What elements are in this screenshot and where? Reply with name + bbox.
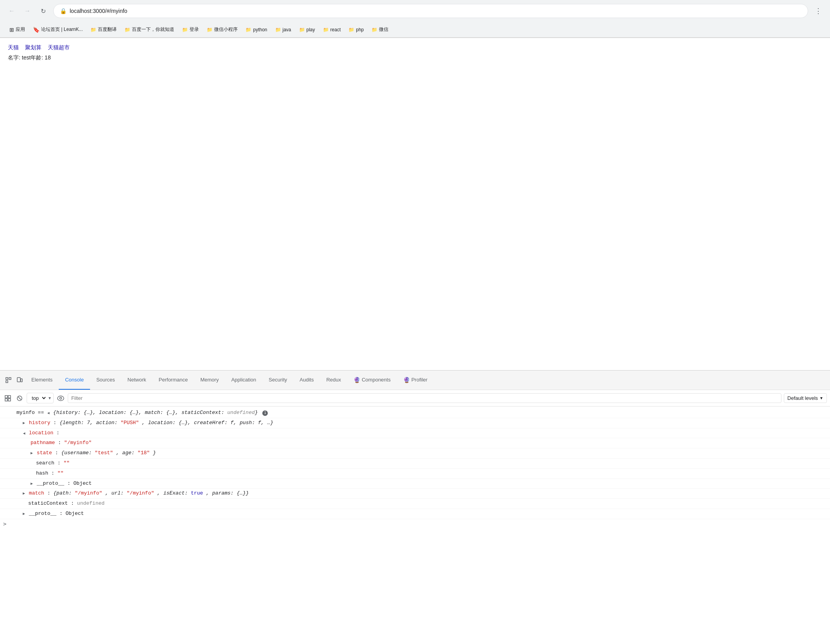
chevron-down-icon: ▼ bbox=[48, 396, 52, 400]
triangle-proto2[interactable]: ▶ bbox=[23, 511, 25, 517]
context-selector[interactable]: top ▼ bbox=[27, 393, 54, 403]
tab-security[interactable]: Security bbox=[262, 371, 293, 390]
execute-button[interactable] bbox=[3, 394, 13, 403]
reload-button[interactable]: ↻ bbox=[36, 4, 50, 18]
location-key: location bbox=[29, 430, 53, 436]
clear-button[interactable] bbox=[15, 394, 24, 403]
svg-point-11 bbox=[58, 396, 64, 401]
context-select-input[interactable]: top bbox=[29, 394, 47, 402]
history-rest: , location: {…}, createHref: f, push: f,… bbox=[142, 420, 273, 426]
history-value: {length: 7, action: bbox=[60, 420, 121, 426]
devtools-select-icon[interactable] bbox=[3, 375, 14, 386]
pathname-colon: : bbox=[58, 440, 64, 446]
console-output: myinfo == ▼ {history: {…}, location: {…}… bbox=[0, 407, 830, 644]
folder-icon-translate: 📁 bbox=[90, 27, 96, 32]
console-input[interactable] bbox=[9, 521, 827, 527]
bookmark-translate-label: 百度翻译 bbox=[98, 26, 117, 33]
svg-point-12 bbox=[60, 397, 61, 399]
eye-button[interactable] bbox=[56, 394, 65, 403]
tab-audits[interactable]: Audits bbox=[293, 371, 320, 390]
bookmark-play[interactable]: 📁 play bbox=[296, 26, 318, 34]
tab-redux[interactable]: Redux bbox=[320, 371, 347, 390]
tab-memory-label: Memory bbox=[200, 377, 219, 383]
console-line-proto1: ▶ __proto__ : Object bbox=[0, 479, 830, 489]
bookmark-baidu[interactable]: 📁 百度一下，你就知道 bbox=[121, 25, 177, 34]
match-key: match bbox=[29, 490, 44, 496]
triangle-history[interactable]: ▶ bbox=[23, 420, 25, 426]
state-key: state bbox=[37, 450, 52, 456]
bookmark-java[interactable]: 📁 java bbox=[272, 26, 294, 34]
tab-application[interactable]: Application bbox=[225, 371, 263, 390]
pathname-key: pathname bbox=[31, 440, 55, 446]
bookmark-wechat-mini[interactable]: 📁 微信小程序 bbox=[204, 25, 241, 34]
bookmark-wechat-mini-label: 微信小程序 bbox=[214, 26, 238, 33]
tab-elements[interactable]: Elements bbox=[25, 371, 59, 390]
triangle-match[interactable]: ▶ bbox=[23, 491, 25, 497]
state-age-val: "18" bbox=[137, 450, 150, 456]
folder-icon-wechat-mini: 📁 bbox=[207, 27, 213, 32]
menu-button[interactable]: ⋮ bbox=[811, 4, 825, 18]
tab-network[interactable]: Network bbox=[121, 371, 153, 390]
tab-performance[interactable]: Performance bbox=[152, 371, 194, 390]
bookmark-login[interactable]: 📁 登录 bbox=[179, 25, 202, 34]
bookmark-forum[interactable]: 🔖 论坛首页 | LearnK... bbox=[30, 25, 86, 34]
svg-rect-7 bbox=[5, 399, 7, 401]
bookmark-php-label: php bbox=[356, 27, 364, 32]
triangle-location[interactable]: ▼ bbox=[21, 432, 27, 435]
bookmark-python-label: python bbox=[253, 27, 267, 32]
bookmark-apps[interactable]: ⊞ 应用 bbox=[6, 25, 28, 34]
link-juhuasuan[interactable]: 聚划算 bbox=[25, 44, 42, 51]
console-content-match: ▶ match : {path: "/myinfo" , url: "/myin… bbox=[23, 489, 827, 498]
proto2-colon: : bbox=[60, 511, 66, 516]
bookmark-python[interactable]: 📁 python bbox=[242, 26, 270, 34]
filter-input[interactable] bbox=[68, 393, 781, 403]
bookmark-translate[interactable]: 📁 百度翻译 bbox=[87, 25, 120, 34]
match-url-val: "/myinfo" bbox=[127, 490, 154, 496]
history-action-value: "PUSH" bbox=[121, 420, 139, 426]
console-content-pathname: pathname : "/myinfo" bbox=[31, 439, 827, 447]
levels-chevron-icon: ▼ bbox=[819, 396, 823, 400]
devtools-tabs: Elements Console Sources Network Perform… bbox=[0, 371, 830, 390]
console-line-proto2: ▶ __proto__ : Object bbox=[0, 509, 830, 519]
static-colon: : bbox=[71, 500, 77, 506]
tab-profiler[interactable]: 🔮 Profiler bbox=[397, 371, 434, 390]
console-content-proto1: ▶ __proto__ : Object bbox=[31, 480, 827, 488]
forward-button[interactable]: → bbox=[20, 4, 34, 18]
url-input[interactable] bbox=[70, 8, 801, 14]
svg-rect-5 bbox=[5, 396, 7, 398]
match-value: {path: bbox=[53, 490, 75, 496]
console-line-state: ▶ state : {username: "test" , age: "18" … bbox=[0, 448, 830, 459]
console-line-search: search : "" bbox=[0, 459, 830, 469]
triangle-proto1[interactable]: ▶ bbox=[31, 481, 33, 487]
link-tianmao[interactable]: 天猫 bbox=[8, 44, 19, 51]
console-prompt: > bbox=[3, 521, 6, 527]
link-tianmao-super[interactable]: 天猫超市 bbox=[48, 44, 70, 51]
tab-memory[interactable]: Memory bbox=[194, 371, 225, 390]
levels-select[interactable]: Default levels ▼ bbox=[784, 393, 827, 403]
bookmark-wechat[interactable]: 📁 微信 bbox=[368, 25, 392, 34]
devtools-device-icon[interactable] bbox=[14, 375, 25, 386]
console-input-line: > bbox=[0, 519, 830, 529]
triangle-myinfo[interactable]: ▼ bbox=[45, 412, 51, 414]
address-bar[interactable]: 🔒 bbox=[53, 4, 808, 18]
proto1-colon: : bbox=[67, 480, 74, 486]
back-button[interactable]: ← bbox=[5, 4, 19, 18]
bookmarks-bar: ⊞ 应用 🔖 论坛首页 | LearnK... 📁 百度翻译 📁 百度一下，你就… bbox=[0, 22, 830, 38]
info-icon[interactable]: i bbox=[262, 410, 268, 416]
match-url: , url: bbox=[105, 490, 127, 496]
profiler-icon: 🔮 bbox=[403, 377, 410, 383]
tab-security-label: Security bbox=[269, 377, 287, 383]
bookmark-react[interactable]: 📁 react bbox=[320, 26, 344, 34]
tab-sources[interactable]: Sources bbox=[90, 371, 121, 390]
tab-console-label: Console bbox=[65, 377, 84, 383]
triangle-state[interactable]: ▶ bbox=[31, 450, 33, 457]
tab-components[interactable]: 🔮 Components bbox=[347, 371, 397, 390]
console-line-location: ▼ location : bbox=[0, 428, 830, 439]
folder-icon-java: 📁 bbox=[275, 27, 281, 32]
tab-console[interactable]: Console bbox=[59, 371, 90, 390]
folder-icon-baidu: 📁 bbox=[125, 27, 130, 32]
bookmark-php[interactable]: 📁 php bbox=[345, 26, 367, 34]
match-exact: , isExact: bbox=[157, 490, 191, 496]
devtools-panel: Elements Console Sources Network Perform… bbox=[0, 370, 830, 644]
history-key: history bbox=[29, 420, 51, 426]
